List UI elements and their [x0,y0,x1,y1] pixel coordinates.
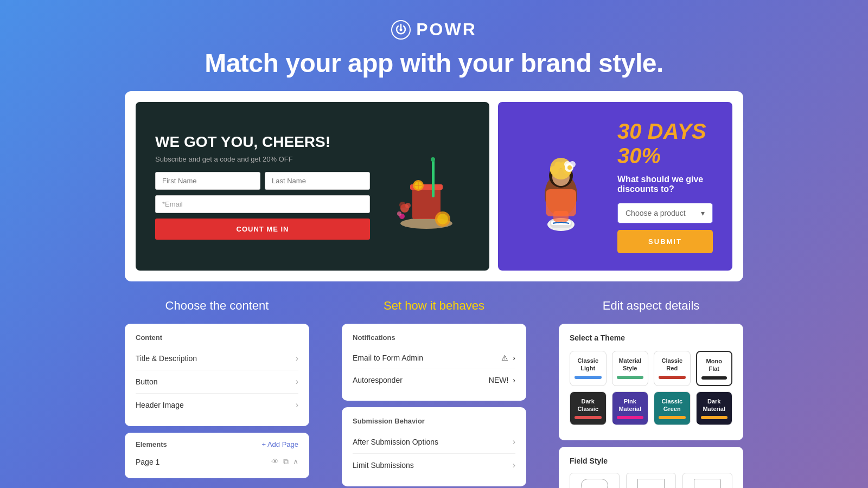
chevron-down-icon: ▾ [701,209,705,217]
chevron-right-icon: › [296,400,298,410]
elements-panel-header: Elements + Add Page [136,440,298,448]
content-panel-header: Content [136,333,298,342]
chevron-right-icon: › [513,437,515,447]
default-box [694,479,721,488]
content-item-header-image[interactable]: Header Image › [136,394,298,416]
logo-text: POWR [416,20,477,40]
preview-name-fields [155,172,370,190]
col-behavior-title: Set how it behaves [342,299,526,313]
theme-bar [701,376,727,380]
preview-submit-button[interactable]: COUNT ME IN [155,219,370,240]
chevron-right-icon: › [296,377,298,387]
preview-right-title: 30 DAYS 30% [617,119,713,168]
notifications-header: Notifications [353,333,515,342]
theme-bar [617,376,644,379]
preview-right-content: 30 DAYS 30% What should we give discount… [617,119,713,253]
svg-point-16 [437,214,448,224]
col-content-title: Choose the content [125,299,309,313]
content-item-title[interactable]: Title & Description › [136,347,298,370]
content-item-button[interactable]: Button › [136,370,298,394]
add-page-button[interactable]: + Add Page [261,440,298,448]
cocktail-svg [388,143,464,230]
preview-banner: WE GOT YOU, CHEERS! Subscribe and get a … [125,91,743,281]
field-style-options [570,473,732,488]
three-columns: Choose the content Content Title & Descr… [125,299,743,488]
col-behavior: Set how it behaves Notifications Email t… [342,299,526,488]
powr-icon [391,20,411,40]
field-style-sharp[interactable] [626,473,676,488]
chevron-right-icon: › [513,460,515,470]
themes-title: Select a Theme [570,333,732,342]
field-style-title: Field Style [570,457,732,465]
theme-material-style[interactable]: MaterialStyle [612,351,649,386]
svg-point-18 [397,211,401,216]
submission-header: Submission Behavior [353,417,515,425]
notif-email-item[interactable]: Email to Form Admin ⚠ › [353,347,515,369]
preview-last-name[interactable] [265,172,370,190]
preview-cocktail-image [383,143,470,230]
theme-bar [575,376,602,379]
preview-right-submit[interactable]: SUBMIT [617,230,713,253]
svg-point-7 [431,157,435,162]
preview-left-card: WE GOT YOU, CHEERS! Subscribe and get a … [136,102,489,271]
theme-bar [575,416,602,419]
elements-title: Elements [136,440,167,448]
eye-icon[interactable]: 👁 [271,457,279,466]
preview-left-content: WE GOT YOU, CHEERS! Subscribe and get a … [155,133,370,240]
preview-left-subtitle: Subscribe and get a code and get 20% OFF [155,155,370,163]
svg-rect-38 [553,211,569,222]
theme-mono-flat[interactable]: MonoFlat [696,351,733,386]
svg-rect-3 [412,187,441,219]
chevron-right-icon: › [513,376,515,384]
elements-panel: Elements + Add Page Page 1 👁 ⧉ ∧ [125,433,309,478]
theme-classic-light[interactable]: ClassicLight [570,351,607,386]
content-panel: Content Title & Description › Button › H… [125,324,309,426]
preview-first-name[interactable] [155,172,260,190]
field-style-default[interactable] [682,473,732,488]
theme-dark-classic[interactable]: DarkClassic [570,391,607,426]
col-aspects: Edit aspect details Select a Theme Class… [559,299,743,488]
logo-row: POWR [0,20,868,40]
themes-grid: ClassicLight MaterialStyle ClassicRed Mo… [570,351,732,425]
svg-point-1 [400,28,403,31]
copy-icon[interactable]: ⧉ [283,457,289,466]
theme-bar [659,376,686,379]
limit-submissions-item[interactable]: Limit Submissions › [353,454,515,477]
preview-select-placeholder: Choose a product [626,209,686,217]
svg-point-31 [567,165,572,170]
preview-right-subtitle: What should we give discounts to? [617,175,713,194]
preview-character-image [518,143,604,230]
sharp-box [637,479,665,488]
header: POWR Match your app with your brand styl… [0,0,868,91]
page-1-label: Page 1 [136,458,159,466]
theme-classic-green[interactable]: ClassicGreen [654,391,691,426]
notif-autoresponder-item[interactable]: Autoresponder NEW! › [353,369,515,391]
field-style-rounded[interactable] [570,473,620,488]
chevron-right-icon: › [513,354,515,362]
themes-panel: Select a Theme ClassicLight MaterialStyl… [559,324,743,440]
preview-left-title: WE GOT YOU, CHEERS! [155,133,370,151]
theme-dark-material[interactable]: DarkMaterial [696,391,733,426]
theme-bar [617,416,644,419]
theme-bar [659,416,686,419]
page-1-actions: 👁 ⧉ ∧ [271,457,298,466]
theme-classic-red[interactable]: ClassicRed [654,351,691,386]
warning-icon: ⚠ [501,354,508,362]
page-1-item: Page 1 👁 ⧉ ∧ [136,453,298,471]
rounded-box [581,479,608,488]
field-style-panel: Field Style [559,447,743,488]
after-submission-item[interactable]: After Submission Options › [353,431,515,454]
col-content: Choose the content Content Title & Descr… [125,299,309,488]
preview-email: *Email [155,195,370,213]
svg-point-14 [405,203,411,208]
notifications-panel: Notifications Email to Form Admin ⚠ › Au… [342,324,526,401]
character-svg [523,140,599,233]
svg-rect-6 [432,159,435,197]
col-aspects-title: Edit aspect details [559,299,743,313]
theme-pink-material[interactable]: PinkMaterial [612,391,649,426]
chevron-right-icon: › [296,354,298,363]
new-badge: NEW! [489,376,509,384]
up-icon[interactable]: ∧ [293,457,298,466]
theme-bar [701,416,728,419]
preview-product-select[interactable]: Choose a product ▾ [617,203,713,223]
